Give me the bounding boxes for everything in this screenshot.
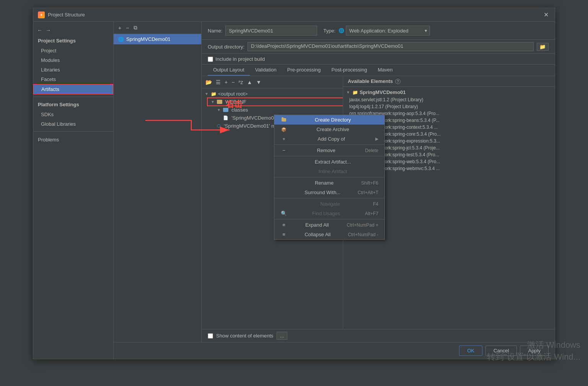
available-section-springmvc[interactable]: ▼ 📁 SpringMVCDemo01 — [343, 88, 555, 96]
context-menu-divider-4 — [274, 198, 384, 198]
add-artifact-button[interactable]: + — [117, 24, 123, 32]
context-menu-item-create-directory[interactable]: Create Directory — [274, 115, 384, 125]
module-icon: ⬡ — [217, 123, 221, 128]
artifact-list-panel: + − ⧉ 🌐 SpringMVCDemo01 — [114, 22, 202, 342]
sidebar-item-modules[interactable]: Modules — [33, 55, 113, 65]
help-icon[interactable]: ? — [395, 79, 401, 84]
sidebar-item-artifacts[interactable]: Artifacts — [33, 84, 113, 94]
context-menu: Create Directory 📦 Create Archive + Add … — [274, 115, 385, 240]
project-settings-heading: Project Settings — [33, 36, 113, 46]
create-directory-icon — [280, 117, 287, 123]
close-button[interactable]: ✕ — [542, 10, 550, 19]
name-field: Name: — [208, 26, 317, 36]
sidebar-item-sdks[interactable]: SDKs — [33, 110, 113, 119]
more-button[interactable]: ... — [277, 332, 288, 340]
context-menu-item-rename[interactable]: Rename Shift+F6 — [274, 178, 384, 188]
tree-item-web-inf[interactable]: ▼ WEB-INF — [202, 98, 343, 106]
tree-item-output-root[interactable]: ▼ 📁 <output root> — [202, 90, 343, 98]
navigate-label: Navigate — [320, 201, 340, 207]
context-menu-item-expand-all[interactable]: ≡ Expand All Ctrl+NumPad + — [274, 220, 384, 230]
inline-artifact-label: Inline Artifact — [319, 169, 347, 174]
title-bar-left: ♦ Project Structure — [38, 11, 85, 18]
context-menu-item-extract-artifact[interactable]: Extract Artifact... — [274, 157, 384, 167]
forward-button[interactable]: → — [45, 26, 52, 34]
remove-label: Remove — [317, 148, 335, 153]
tree-toolbar: 📂 ☰ + − ᵃz ▲ ▼ — [202, 76, 343, 88]
type-select-wrapper: 🌐 Web Application: Exploded ▼ — [339, 26, 430, 36]
available-item-jstl[interactable]: javax.servlet:jstl:1.2 (Project Library) — [343, 96, 555, 103]
find-usages-icon: 🔍 — [280, 211, 287, 216]
create-archive-label: Create Archive — [316, 127, 349, 132]
rename-label: Rename — [315, 180, 334, 186]
config-header: Name: Type: 🌐 Web Application: Exploded … — [202, 22, 555, 40]
tree-down-button[interactable]: ▼ — [254, 78, 263, 86]
context-menu-item-surround-with[interactable]: Surround With... Ctrl+Alt+T — [274, 188, 384, 197]
create-directory-label: Create Directory — [315, 117, 351, 123]
context-menu-item-find-usages: 🔍 Find Usages Alt+F7 — [274, 209, 384, 218]
context-menu-item-remove[interactable]: − Remove Delete — [274, 146, 384, 155]
collapse-all-icon: ≡ — [280, 232, 287, 237]
tab-post-processing[interactable]: Post-processing — [326, 65, 372, 76]
tree-remove-button[interactable]: − — [230, 78, 236, 86]
nav-arrows: ← → — [33, 25, 113, 36]
name-input[interactable] — [225, 26, 317, 36]
sidebar-item-problems[interactable]: Problems — [33, 134, 113, 146]
web-inf-label: WEB-INF — [225, 99, 246, 105]
app-icon: ♦ — [38, 11, 45, 18]
expand-all-label: Expand All — [305, 222, 329, 228]
tree-add-button[interactable]: + — [223, 78, 229, 86]
tree-sort-button[interactable]: ᵃz — [237, 78, 244, 86]
expand-all-shortcut: Ctrl+NumPad + — [347, 222, 378, 228]
remove-artifact-button[interactable]: − — [124, 24, 130, 32]
tree-item-classes[interactable]: ▼ classes — [202, 106, 343, 114]
collapse-all-label: Collapse All — [305, 232, 331, 237]
show-content-checkbox[interactable] — [208, 333, 213, 339]
output-dir-label: Output directory: — [208, 44, 244, 50]
sidebar-item-project[interactable]: Project — [33, 46, 113, 55]
type-select[interactable]: Web Application: Exploded — [346, 26, 430, 36]
copy-artifact-button[interactable]: ⧉ — [132, 24, 139, 32]
available-item-log4j[interactable]: log4j:log4j:1.2.17 (Project Library) — [343, 103, 555, 110]
context-menu-divider-3 — [274, 177, 384, 177]
tab-validation[interactable]: Validation — [250, 65, 282, 76]
sidebar: ← → Project Settings Project Modules Lib… — [33, 22, 114, 359]
tab-pre-processing[interactable]: Pre-processing — [282, 65, 326, 76]
context-menu-divider-2 — [274, 156, 384, 156]
type-field: Type: 🌐 Web Application: Exploded ▼ — [323, 26, 430, 36]
tab-maven[interactable]: Maven — [372, 65, 398, 76]
include-build-row: Include in project build — [202, 54, 555, 65]
ok-button[interactable]: OK — [459, 345, 482, 356]
co-icon: 📄 — [223, 115, 228, 120]
include-build-checkbox[interactable] — [208, 57, 213, 62]
output-dir-value: D:\IdeaProjects\SpringMVCDemo01\out\arti… — [248, 42, 534, 51]
back-button[interactable]: ← — [36, 26, 43, 34]
artifact-list-item-springmvcdemo01[interactable]: 🌐 SpringMVCDemo01 — [114, 34, 201, 44]
show-content-label: Show content of elements — [216, 333, 274, 339]
sidebar-divider-2 — [33, 131, 113, 131]
expand-all-icon: ≡ — [280, 222, 287, 228]
tabs-bar: Output Layout Validation Pre-processing … — [202, 65, 555, 76]
add-copy-arrow-icon: ▶ — [375, 136, 378, 141]
tree-layout-button[interactable]: ☰ — [214, 78, 222, 86]
sidebar-item-facets[interactable]: Facets — [33, 75, 113, 84]
context-menu-item-inline-artifact: Inline Artifact — [274, 167, 384, 176]
tree-open-folder-button[interactable]: 📂 — [204, 78, 213, 86]
context-menu-item-create-archive[interactable]: 📦 Create Archive — [274, 125, 384, 134]
find-usages-shortcut: Alt+F7 — [365, 211, 378, 216]
tab-output-layout[interactable]: Output Layout — [208, 65, 250, 76]
output-dir-browse-button[interactable]: 📁 — [537, 43, 549, 51]
collapse-all-shortcut: Ctrl+NumPad - — [348, 232, 378, 237]
output-root-label: <output root> — [218, 91, 248, 97]
window-title: Project Structure — [48, 12, 85, 18]
context-menu-item-collapse-all[interactable]: ≡ Collapse All Ctrl+NumPad - — [274, 230, 384, 239]
rename-shortcut: Shift+F6 — [361, 180, 378, 186]
sidebar-item-global-libraries[interactable]: Global Libraries — [33, 119, 113, 129]
artifact-toolbar: + − ⧉ — [114, 22, 201, 34]
section-title: SpringMVCDemo01 — [360, 89, 406, 95]
context-menu-item-add-copy[interactable]: + Add Copy of ▶ — [274, 134, 384, 144]
sidebar-item-libraries[interactable]: Libraries — [33, 65, 113, 75]
tree-up-button[interactable]: ▲ — [245, 78, 254, 86]
web-inf-folder-icon — [217, 100, 222, 104]
available-elements-header: Available Elements ? — [343, 76, 555, 87]
include-build-label: Include in project build — [215, 56, 265, 62]
